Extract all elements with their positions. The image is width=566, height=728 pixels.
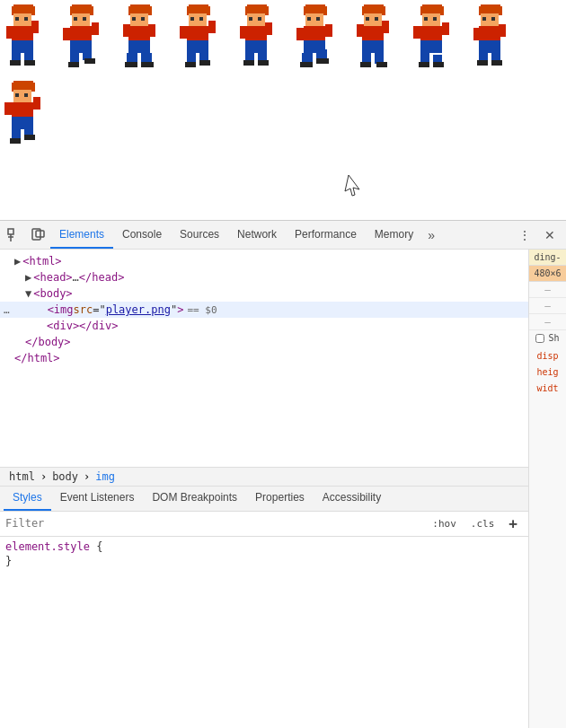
tree-head[interactable]: ▶ <head>…</head> xyxy=(0,269,528,285)
svg-rect-57 xyxy=(245,26,267,40)
filter-input[interactable] xyxy=(5,517,423,530)
svg-rect-107 xyxy=(482,17,486,21)
inspect-element-button[interactable] xyxy=(4,224,25,246)
svg-rect-81 xyxy=(366,17,369,21)
computed-disp: disp xyxy=(536,347,558,364)
svg-rect-100 xyxy=(420,51,429,64)
tab-properties[interactable]: Properties xyxy=(246,487,314,511)
device-toolbar-button[interactable] xyxy=(27,224,49,246)
svg-rect-8 xyxy=(31,21,39,33)
svg-rect-6 xyxy=(12,40,33,53)
svg-rect-68 xyxy=(307,17,311,21)
svg-rect-115 xyxy=(477,60,488,66)
show-label: Sh xyxy=(548,333,559,343)
bm-dash-3: – xyxy=(529,314,566,330)
devtools-panel: Elements Console Sources Network Perform… xyxy=(0,220,566,728)
tab-accessibility[interactable]: Accessibility xyxy=(314,487,390,511)
tab-styles[interactable]: Styles xyxy=(4,487,51,511)
svg-rect-85 xyxy=(357,24,364,37)
breadcrumb-body[interactable]: body xyxy=(50,470,80,483)
svg-marker-130 xyxy=(345,175,359,196)
tab-dom-breakpoints[interactable]: DOM Breakpoints xyxy=(143,487,246,511)
elements-panel[interactable]: ▶ <html> ▶ <head>…</head> ▼ xyxy=(0,250,528,467)
svg-rect-70 xyxy=(304,26,325,40)
svg-rect-89 xyxy=(360,62,371,67)
tab-sources[interactable]: Sources xyxy=(171,221,228,249)
tree-html[interactable]: ▶ <html> xyxy=(0,253,528,269)
tree-html-close[interactable]: </html> xyxy=(0,350,528,366)
svg-rect-102 xyxy=(419,62,429,67)
svg-rect-110 xyxy=(479,40,500,53)
tab-event-listeners[interactable]: Event Listeners xyxy=(51,487,144,511)
svg-rect-20 xyxy=(63,28,70,40)
svg-rect-51 xyxy=(199,60,210,66)
svg-rect-33 xyxy=(123,24,130,37)
svg-rect-5 xyxy=(12,26,33,40)
box-model-panel: ding- 480×6 – – – Sh disp heig widt xyxy=(528,250,566,728)
sprite-sheet xyxy=(0,0,566,220)
svg-rect-60 xyxy=(265,22,272,35)
bm-size-label: 480×6 xyxy=(529,266,566,282)
bm-ding-label: ding- xyxy=(529,250,566,266)
svg-rect-56 xyxy=(258,17,261,21)
bottom-tabs: Styles Event Listeners DOM Breakpoints P… xyxy=(0,487,528,512)
svg-rect-43 xyxy=(199,17,203,21)
toolbar-actions: ⋮ ✕ xyxy=(514,224,562,246)
show-checkbox[interactable] xyxy=(535,334,544,343)
svg-rect-4 xyxy=(24,17,28,21)
svg-rect-7 xyxy=(6,26,13,39)
svg-rect-47 xyxy=(208,21,216,33)
svg-rect-109 xyxy=(479,26,500,40)
svg-rect-103 xyxy=(433,62,444,67)
svg-rect-18 xyxy=(70,26,92,40)
breadcrumb-html[interactable]: html xyxy=(7,470,37,483)
svg-rect-30 xyxy=(141,17,145,21)
style-rule-close: } xyxy=(5,555,523,567)
svg-rect-24 xyxy=(68,62,79,67)
expand-dots[interactable]: … xyxy=(4,304,10,316)
bm-dash-1: – xyxy=(529,282,566,298)
settings-button[interactable]: ⋮ xyxy=(514,224,535,246)
svg-rect-124 xyxy=(4,102,12,115)
tree-body-close[interactable]: </body> xyxy=(0,334,528,350)
computed-props: disp heig widt xyxy=(533,346,562,398)
svg-rect-42 xyxy=(190,17,194,21)
tab-memory[interactable]: Memory xyxy=(366,221,422,249)
more-tabs-button[interactable]: » xyxy=(422,228,440,242)
tree-div[interactable]: <div></div> xyxy=(0,318,528,334)
tab-console[interactable]: Console xyxy=(113,221,171,249)
svg-rect-73 xyxy=(325,24,332,37)
svg-rect-121 xyxy=(24,93,28,97)
svg-rect-50 xyxy=(185,62,196,67)
breadcrumb: html › body › img xyxy=(0,467,528,487)
svg-rect-25 xyxy=(84,58,95,64)
svg-rect-131 xyxy=(8,229,13,234)
svg-rect-97 xyxy=(420,40,442,53)
svg-rect-38 xyxy=(141,62,154,67)
svg-rect-77 xyxy=(316,58,329,64)
svg-rect-64 xyxy=(258,60,269,66)
devtools-tabs: Elements Console Sources Network Perform… xyxy=(50,221,514,249)
tab-performance[interactable]: Performance xyxy=(286,221,366,249)
svg-rect-55 xyxy=(249,17,252,21)
svg-rect-98 xyxy=(413,26,420,39)
add-style-button[interactable]: + xyxy=(503,513,523,535)
tab-elements[interactable]: Elements xyxy=(50,221,113,249)
computed-widt: widt xyxy=(536,380,558,396)
svg-rect-12 xyxy=(24,60,35,66)
breadcrumb-img[interactable]: img xyxy=(93,470,117,483)
svg-rect-122 xyxy=(12,102,33,117)
tree-body-open[interactable]: ▼ <body> xyxy=(0,285,528,302)
svg-rect-59 xyxy=(240,26,247,39)
styles-filter-bar: :hov .cls + xyxy=(0,512,528,537)
svg-rect-129 xyxy=(24,135,35,140)
tab-network[interactable]: Network xyxy=(228,221,286,249)
close-devtools-button[interactable]: ✕ xyxy=(539,224,561,246)
svg-rect-17 xyxy=(83,17,86,21)
svg-rect-46 xyxy=(180,26,187,39)
tree-img-selected[interactable]: … <img src="player.png"> == $0 xyxy=(0,302,528,318)
cls-button[interactable]: .cls xyxy=(465,515,500,532)
svg-rect-21 xyxy=(92,22,99,35)
hov-button[interactable]: :hov xyxy=(427,515,462,532)
sprite-canvas xyxy=(0,0,566,220)
